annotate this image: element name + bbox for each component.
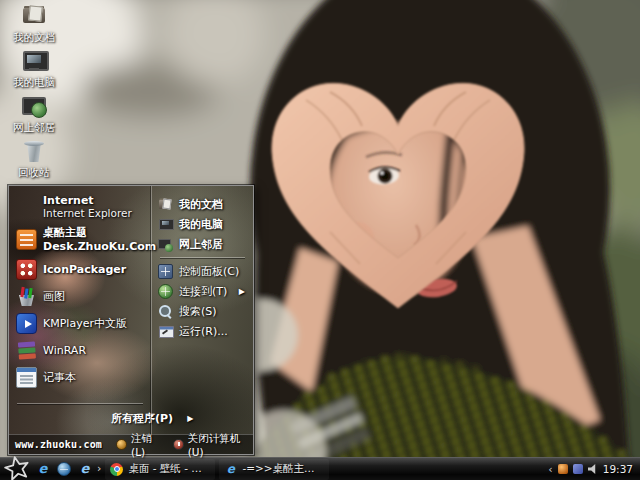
turn-off-computer-button[interactable]: 关闭计算机(U)	[173, 432, 247, 458]
menu-item-label: 画图	[43, 289, 65, 304]
tray-expand-chevron[interactable]: ‹	[548, 463, 552, 476]
my-documents-icon	[158, 197, 173, 212]
my-documents-icon	[21, 3, 47, 29]
desktop: 我的文档 我的电脑 网上邻居 回收站 Internet Internet Exp…	[0, 0, 640, 480]
start-menu: Internet Internet Explorer 桌酷主题Desk.Zhuo…	[8, 185, 254, 455]
menu-item-label: 控制面板(C)	[179, 264, 239, 279]
start-button[interactable]	[0, 458, 34, 480]
control-panel-icon	[158, 264, 173, 279]
menu-item-winrar[interactable]: WinRAR	[9, 337, 151, 364]
run-icon	[158, 324, 173, 339]
taskbar-task-desktop-wallpaper[interactable]: 桌面 - 壁纸 - 桌酷...	[105, 459, 215, 480]
search-icon	[158, 304, 173, 319]
desktop-icon-my-computer[interactable]: 我的电脑	[2, 48, 66, 93]
menu-item-search[interactable]: 搜索(S)	[152, 301, 253, 321]
menu-item-label: 搜索(S)	[179, 304, 217, 319]
menu-item-my-documents[interactable]: 我的文档	[152, 194, 253, 214]
menu-item-kmplayer[interactable]: KMPlayer中文版	[9, 310, 151, 337]
logoff-icon	[116, 439, 127, 450]
taskbar: e e › 桌面 - 壁纸 - 桌酷... e -=>>桌酷主题 - Mi...…	[0, 457, 640, 480]
chrome-icon	[110, 463, 123, 476]
start-menu-footer: www.zhuoku.com 注销(L) 关闭计算机(U)	[9, 434, 253, 454]
paint-icon	[16, 286, 37, 307]
menu-item-label: 桌酷主题Desk.ZhuoKu.Com	[43, 225, 156, 253]
connect-to-icon	[158, 284, 173, 299]
internet-explorer-icon	[16, 197, 37, 218]
log-off-button[interactable]: 注销(L)	[116, 432, 161, 458]
menu-item-label: WinRAR	[43, 344, 86, 357]
network-places-icon	[158, 237, 173, 252]
desktop-icon-my-documents[interactable]: 我的文档	[2, 3, 66, 48]
system-tray: ‹ 19:37	[548, 463, 640, 476]
internet-explorer-icon[interactable]: e	[78, 462, 92, 476]
menu-item-internet[interactable]: Internet Internet Explorer	[9, 192, 151, 222]
iconpackager-icon	[16, 259, 37, 280]
menu-item-label: 记事本	[43, 370, 76, 385]
menu-item-label: IconPackager	[43, 263, 126, 276]
desktop-icon-label: 回收站	[18, 166, 50, 178]
notepad-icon	[16, 367, 37, 388]
menu-separator	[160, 257, 245, 258]
quick-launch-bar: e e ›	[36, 462, 101, 476]
menu-item-connect-to[interactable]: 连接到(T) ▶	[152, 281, 253, 301]
desktop-icon-recycle-bin[interactable]: 回收站	[2, 138, 66, 183]
menu-item-network-places[interactable]: 网上邻居	[152, 234, 253, 254]
recycle-bin-icon	[21, 138, 47, 164]
menu-item-label: KMPlayer中文版	[43, 316, 127, 331]
network-tray-icon[interactable]	[573, 464, 583, 474]
menu-item-label: 连接到(T)	[179, 284, 227, 299]
menu-item-my-computer[interactable]: 我的电脑	[152, 214, 253, 234]
taskbar-task-zhuoku-theme[interactable]: e -=>>桌酷主题 - Mi...	[219, 459, 329, 480]
start-menu-right-column: 我的文档 我的电脑 网上邻居 控制面板(C) 连接到(T)	[151, 186, 253, 434]
quick-launch-expand-arrow[interactable]: ›	[97, 462, 101, 476]
taskbar-clock[interactable]: 19:37	[603, 463, 633, 475]
menu-separator	[17, 403, 143, 404]
network-places-icon	[21, 93, 47, 119]
zhuoku-theme-icon	[16, 229, 37, 250]
my-computer-icon	[158, 217, 173, 232]
messenger-e-icon[interactable]: e	[36, 462, 50, 476]
menu-item-run[interactable]: 运行(R)...	[152, 321, 253, 341]
menu-item-notepad[interactable]: 记事本	[9, 364, 151, 391]
shutdown-icon	[173, 439, 184, 450]
menu-item-label: 运行(R)...	[179, 324, 228, 339]
menu-item-label: 我的电脑	[179, 217, 223, 232]
menu-item-label: 网上邻居	[179, 237, 223, 252]
winrar-icon	[16, 340, 37, 361]
all-programs-button[interactable]: 所有程序(P) ▶	[9, 407, 151, 432]
im-status-icon[interactable]	[558, 464, 568, 474]
menu-item-control-panel[interactable]: 控制面板(C)	[152, 261, 253, 281]
desktop-icon-network-places[interactable]: 网上邻居	[2, 93, 66, 138]
desktop-icon-label: 网上邻居	[13, 121, 55, 133]
my-computer-icon	[21, 48, 47, 74]
menu-item-label: Internet	[43, 195, 132, 207]
desktop-icon-list: 我的文档 我的电脑 网上邻居 回收站	[2, 3, 66, 183]
start-menu-left-column: Internet Internet Explorer 桌酷主题Desk.Zhuo…	[9, 186, 151, 434]
zhuoku-site-banner: www.zhuoku.com	[15, 439, 102, 450]
browser-globe-icon[interactable]	[57, 462, 71, 476]
star-start-icon	[2, 452, 33, 480]
menu-item-iconpackager[interactable]: IconPackager	[9, 256, 151, 283]
volume-icon[interactable]	[588, 464, 598, 474]
desktop-icon-label: 我的电脑	[13, 76, 55, 88]
menu-item-label: 我的文档	[179, 197, 223, 212]
menu-item-zhuoku-theme[interactable]: 桌酷主题Desk.ZhuoKu.Com	[9, 222, 151, 256]
desktop-icon-label: 我的文档	[13, 31, 55, 43]
ie-page-icon: e	[224, 463, 237, 476]
kmplayer-icon	[16, 313, 37, 334]
menu-item-sublabel: Internet Explorer	[43, 207, 132, 219]
chevron-right-icon: ▶	[239, 287, 249, 296]
menu-item-paint[interactable]: 画图	[9, 283, 151, 310]
